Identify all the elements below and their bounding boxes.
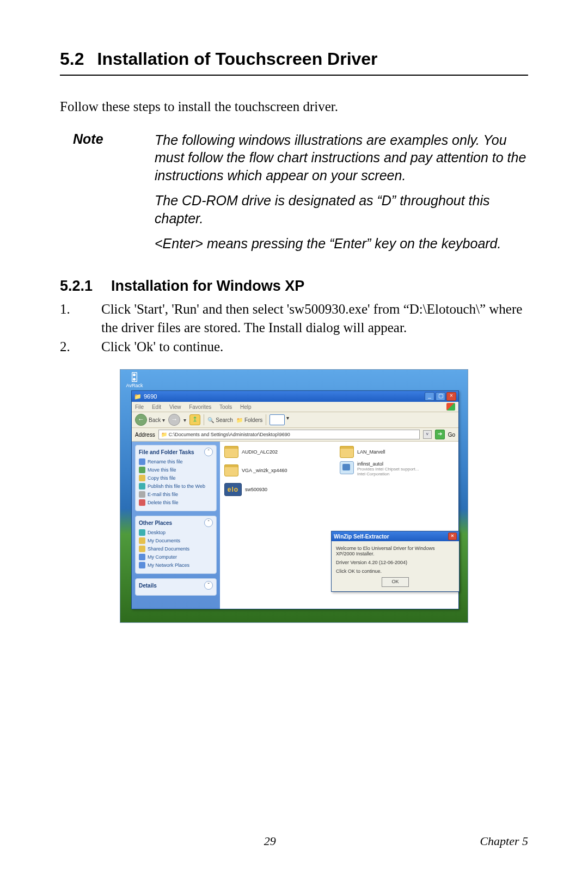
folder-icon: 📁 <box>236 417 243 423</box>
menu-favorites[interactable]: Favorites <box>189 404 211 410</box>
folder-item-lan[interactable]: LAN_Marvell <box>340 446 385 458</box>
window-title: 9690 <box>144 393 157 400</box>
forward-button[interactable]: → <box>168 414 180 426</box>
folder-icon: 📁 <box>134 393 142 400</box>
details-panel: Detailsˇ <box>135 578 217 596</box>
explorer-body: File and Folder Tasksˆ Rename this file … <box>132 442 458 609</box>
task-copy[interactable]: Copy this file <box>139 475 213 481</box>
collapse-button[interactable]: ˆ <box>204 518 213 527</box>
task-publish[interactable]: Publish this file to the Web <box>139 483 213 490</box>
dialog-text: Click OK to continue. <box>336 568 455 574</box>
folders-button[interactable]: 📁Folders <box>236 417 262 423</box>
screenshot-winxp-explorer: 🎛 AvRack 📁 9690 _ ▢ × File Edit Vi <box>120 369 468 623</box>
folder-item-vga[interactable]: VGA _win2k_xp4460 <box>224 464 287 476</box>
task-email[interactable]: E-mail this file <box>139 491 213 498</box>
views-button[interactable] <box>270 414 285 425</box>
ok-button[interactable]: OK <box>382 577 409 587</box>
intro-paragraph: Follow these steps to install the touchs… <box>60 97 528 116</box>
close-button[interactable]: × <box>448 533 457 540</box>
panel-header: File and Folder Tasks <box>139 449 194 455</box>
back-button[interactable]: ←Back▾ <box>135 414 165 426</box>
collapse-button[interactable]: ˆ <box>204 448 213 456</box>
menu-edit[interactable]: Edit <box>152 404 161 410</box>
menu-tools[interactable]: Tools <box>219 404 232 410</box>
close-button[interactable]: × <box>446 392 456 401</box>
chevron-down-icon: ▾ <box>162 417 165 423</box>
window-titlebar[interactable]: 📁 9690 _ ▢ × <box>132 391 458 402</box>
move-icon <box>139 467 145 473</box>
note-paragraph: The CD-ROM drive is designated as “D” th… <box>155 192 528 227</box>
folder-icon <box>224 464 238 476</box>
section-heading: 5.2Installation of Touchscreen Driver <box>60 49 528 76</box>
file-label: infinst_autol <box>357 461 419 467</box>
setup-info-icon <box>340 461 354 474</box>
address-bar: Address 📁 C:\Documents and Settings\Admi… <box>132 428 458 442</box>
file-company: Intel Corporation <box>357 472 419 476</box>
go-label: Go <box>448 432 455 438</box>
place-mycomp[interactable]: My Computer <box>139 554 213 560</box>
steps-list: 1.Click 'Start', 'Run' and then select '… <box>60 300 528 356</box>
chapter-label: Chapter 5 <box>480 834 528 848</box>
minimize-button[interactable]: _ <box>425 392 434 401</box>
panel-header: Other Places <box>139 520 172 526</box>
rename-icon <box>139 458 145 465</box>
page-footer: 29 Chapter 5 <box>0 834 588 848</box>
desktop-icon <box>139 529 145 536</box>
mydocs-icon <box>139 537 145 544</box>
file-item-inf[interactable]: infinst_autol Provides Intel Chipset sup… <box>340 461 419 476</box>
search-icon: 🔍 <box>207 417 214 423</box>
dialog-text: Welcome to Elo Universal Driver for Wind… <box>336 546 455 556</box>
file-item-sw500930[interactable]: elo sw500930 <box>224 483 267 496</box>
expand-button[interactable]: ˇ <box>204 581 213 590</box>
address-label: Address <box>135 432 155 438</box>
windows-flag-icon <box>446 403 455 411</box>
explorer-window: 📁 9690 _ ▢ × File Edit View Favorites To… <box>131 390 459 609</box>
search-button[interactable]: 🔍Search <box>207 417 233 423</box>
maximize-button[interactable]: ▢ <box>436 392 445 401</box>
email-icon <box>139 491 145 498</box>
menu-view[interactable]: View <box>169 404 181 410</box>
place-shared[interactable]: Shared Documents <box>139 546 213 552</box>
menu-help[interactable]: Help <box>240 404 252 410</box>
place-mynet[interactable]: My Network Places <box>139 562 213 568</box>
list-item: 1.Click 'Start', 'Run' and then select '… <box>60 300 528 337</box>
address-dropdown[interactable]: v <box>423 430 432 439</box>
address-value: C:\Documents and Settings\Administrator\… <box>169 432 290 437</box>
elo-icon: elo <box>224 483 242 496</box>
mycomp-icon <box>139 554 145 560</box>
folder-icon <box>340 446 354 458</box>
winzip-self-extractor-dialog: WinZip Self-Extractor × Welcome to Elo U… <box>331 531 460 592</box>
folder-icon: 📁 <box>161 432 167 437</box>
dialog-title: WinZip Self-Extractor <box>334 534 389 540</box>
mynet-icon <box>139 562 145 568</box>
desktop-shortcut-label: AvRack <box>124 383 145 388</box>
file-label: LAN_Marvell <box>357 449 385 455</box>
step-text: Click 'Start', 'Run' and then select 'sw… <box>101 300 528 337</box>
separator <box>266 414 266 425</box>
task-rename[interactable]: Rename this file <box>139 458 213 465</box>
task-move[interactable]: Move this file <box>139 467 213 473</box>
address-input[interactable]: 📁 C:\Documents and Settings\Administrato… <box>158 430 420 439</box>
note-paragraph: The following windows illustrations are … <box>155 131 528 185</box>
folder-icon <box>224 446 238 458</box>
chevron-down-icon: ▾ <box>183 417 186 423</box>
section-number: 5.2 <box>60 49 84 69</box>
page-number: 29 <box>264 834 276 848</box>
task-delete[interactable]: Delete this file <box>139 499 213 506</box>
place-mydocs[interactable]: My Documents <box>139 537 213 544</box>
subsection-title: Installation for Windows XP <box>111 278 304 294</box>
dialog-titlebar[interactable]: WinZip Self-Extractor × <box>332 531 459 541</box>
go-button[interactable]: ➔ <box>435 430 445 439</box>
place-desktop[interactable]: Desktop <box>139 529 213 536</box>
subsection-heading: 5.2.1Installation for Windows XP <box>60 278 528 295</box>
separator <box>204 414 204 425</box>
copy-icon <box>139 475 145 481</box>
content-pane: AUDIO_ALC202 LAN_Marvell VGA _win2k_xp44… <box>220 442 458 609</box>
menu-file[interactable]: File <box>135 404 144 410</box>
folder-item-audio[interactable]: AUDIO_ALC202 <box>224 446 278 458</box>
up-folder-button[interactable]: ↥ <box>189 414 200 425</box>
menu-bar: File Edit View Favorites Tools Help <box>132 402 458 412</box>
panel-header: Details <box>139 583 157 589</box>
desktop-shortcut-icon[interactable]: 🎛 AvRack <box>124 372 145 388</box>
file-tasks-panel: File and Folder Tasksˆ Rename this file … <box>135 445 217 511</box>
